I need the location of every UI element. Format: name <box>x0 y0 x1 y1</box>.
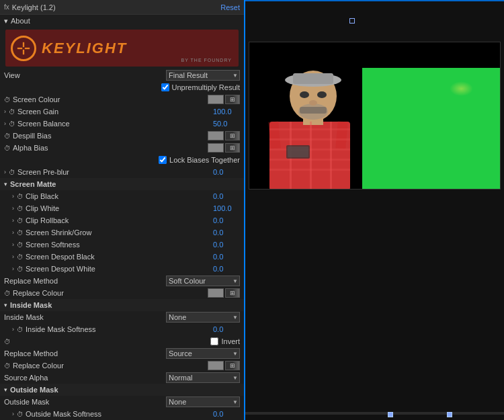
timeline-track <box>245 412 504 415</box>
invert-checkbox[interactable] <box>210 337 218 345</box>
person-silhouette <box>249 68 390 190</box>
svg-point-23 <box>300 91 309 98</box>
top-bar: fx Keylight (1.2) Reset <box>0 0 244 15</box>
replace-colour-picker[interactable]: ⊞ <box>225 288 240 298</box>
screen-preblur-label: Screen Pre-blur <box>17 168 213 176</box>
alpha-bias-swatch[interactable] <box>208 143 224 153</box>
despill-bias-swatch[interactable] <box>208 131 224 140</box>
clip-white-label: Clip White <box>26 204 213 212</box>
screen-gain-row: › ⏱ Screen Gain 100.0 <box>0 106 244 118</box>
view-select-wrapper[interactable]: Final Result <box>166 70 240 81</box>
screen-gain-label: Screen Gain <box>17 108 213 116</box>
replace-method2-select[interactable]: Source <box>166 348 240 359</box>
screen-colour-swatch[interactable] <box>208 95 224 104</box>
screen-despot-black-label: Screen Despot Black <box>26 253 213 261</box>
replace-method-select[interactable]: Soft Colour <box>166 276 240 286</box>
replace-colour2-swatch[interactable] <box>208 361 224 370</box>
screen-gain-value[interactable]: 100.0 <box>213 108 240 116</box>
source-alpha-select[interactable]: Normal <box>166 372 240 383</box>
screen-colour-clock: ⏱ <box>4 96 11 103</box>
outside-mask-select[interactable]: None <box>166 396 240 407</box>
replace-method2-label: Replace Method <box>4 349 166 358</box>
despill-bias-label: Despill Bias <box>13 132 208 140</box>
unpremultiply-checkbox[interactable] <box>161 83 169 91</box>
clip-black-value[interactable]: 0.0 <box>213 192 240 200</box>
view-row: View Final Result <box>0 69 244 81</box>
alpha-bias-picker[interactable]: ⊞ <box>225 143 240 153</box>
clip-black-label: Clip Black <box>26 192 213 200</box>
about-label: About <box>11 17 30 25</box>
preview-image[interactable] <box>249 42 501 190</box>
replace-colour-swatch[interactable] <box>208 288 224 298</box>
svg-rect-26 <box>300 107 327 114</box>
screen-balance-clock: ⏱ <box>9 120 15 128</box>
lock-biases-row: Lock Biases Together <box>0 154 244 166</box>
despill-bias-row: ⏱ Despill Bias ⊞ <box>0 130 244 142</box>
screen-preblur-row: › ⏱ Screen Pre-blur 0.0 <box>0 166 244 178</box>
screen-shrinkgrow-expand[interactable]: › <box>4 229 14 236</box>
keylight-banner: KEYLIGHT BY THE FOUNDRY <box>5 30 239 67</box>
outside-mask-section-label: Outside Mask <box>10 386 58 394</box>
screen-despot-black-value[interactable]: 0.0 <box>213 253 240 261</box>
clip-rollback-expand[interactable]: › <box>4 217 14 224</box>
inside-mask-select[interactable]: None <box>166 312 240 323</box>
replace-method-row: Replace Method Soft Colour <box>0 275 244 287</box>
screen-softness-row: › ⏱ Screen Softness 0.0 <box>0 239 244 251</box>
screen-balance-value[interactable]: 50.0 <box>213 120 240 128</box>
reset-button[interactable]: Reset <box>220 3 240 11</box>
screen-despot-white-expand[interactable]: › <box>4 265 14 272</box>
screen-preblur-value[interactable]: 0.0 <box>213 168 240 176</box>
screen-balance-expand[interactable]: › <box>4 120 6 127</box>
clip-white-clock: ⏱ <box>17 205 24 212</box>
screen-softness-expand[interactable]: › <box>4 241 14 248</box>
plugin-title: Keylight (1.2) <box>12 3 220 11</box>
screen-shrinkgrow-label: Screen Shrink/Grow <box>26 228 213 237</box>
screen-despot-black-expand[interactable]: › <box>4 253 14 260</box>
clip-rollback-value[interactable]: 0.0 <box>213 216 240 224</box>
screen-preblur-expand[interactable]: › <box>4 169 6 175</box>
clip-black-expand[interactable]: › <box>4 193 14 200</box>
screen-softness-value[interactable]: 0.0 <box>213 241 240 249</box>
outside-mask-softness-value[interactable]: 0.0 <box>213 410 240 418</box>
outside-mask-header[interactable]: ▾ Outside Mask <box>0 384 244 396</box>
clip-rollback-label: Clip Rollback <box>26 216 213 224</box>
clip-rollback-row: › ⏱ Clip Rollback 0.0 <box>0 214 244 226</box>
screen-matte-header[interactable]: ▾ Screen Matte <box>0 178 244 190</box>
inside-mask-softness-expand[interactable]: › <box>4 326 14 333</box>
keylight-logo-circle <box>11 36 36 61</box>
clip-white-expand[interactable]: › <box>4 205 14 212</box>
screen-balance-row: › ⏱ Screen Balance 50.0 <box>0 118 244 130</box>
source-alpha-select-wrapper[interactable]: Normal <box>166 372 240 383</box>
replace-method2-row: Replace Method Source <box>0 347 244 360</box>
outside-mask-softness-label: Outside Mask Softness <box>26 410 213 418</box>
replace-method-select-wrapper[interactable]: Soft Colour <box>166 276 240 286</box>
replace-colour2-clock: ⏱ <box>4 362 11 370</box>
inside-mask-section-label: Inside Mask <box>10 301 52 309</box>
outside-mask-select-wrapper[interactable]: None <box>166 396 240 407</box>
view-select[interactable]: Final Result <box>166 70 240 81</box>
source-alpha-label: Source Alpha <box>4 374 166 382</box>
timeline-handle-left[interactable] <box>388 412 393 417</box>
fx-label: fx <box>4 3 9 11</box>
inside-mask-select-wrapper[interactable]: None <box>166 312 240 323</box>
clip-black-row: › ⏱ Clip Black 0.0 <box>0 190 244 202</box>
despill-bias-picker[interactable]: ⊞ <box>225 131 240 140</box>
lock-biases-checkbox[interactable] <box>159 156 167 164</box>
timeline-handle-right[interactable] <box>447 412 452 417</box>
replace-colour2-picker[interactable]: ⊞ <box>225 361 240 370</box>
invert-row: ⏱ Invert <box>0 335 244 347</box>
inside-mask-header[interactable]: ▾ Inside Mask <box>0 299 244 311</box>
inside-mask-softness-value[interactable]: 0.0 <box>213 325 240 333</box>
screen-despot-white-row: › ⏱ Screen Despot White 0.0 <box>0 263 244 275</box>
inside-mask-softness-row: › ⏱ Inside Mask Softness 0.0 <box>0 323 244 335</box>
clip-white-value[interactable]: 100.0 <box>213 204 240 212</box>
outside-mask-softness-expand[interactable]: › <box>4 411 14 417</box>
about-row[interactable]: ▾ About <box>0 15 244 27</box>
replace-method2-select-wrapper[interactable]: Source <box>166 348 240 359</box>
screen-shrinkgrow-value[interactable]: 0.0 <box>213 228 240 237</box>
screen-despot-white-value[interactable]: 0.0 <box>213 265 240 273</box>
svg-rect-22 <box>288 146 308 157</box>
screen-gain-expand[interactable]: › <box>4 108 6 115</box>
screen-colour-picker[interactable]: ⊞ <box>225 95 240 104</box>
invert-area: Invert <box>210 337 240 345</box>
